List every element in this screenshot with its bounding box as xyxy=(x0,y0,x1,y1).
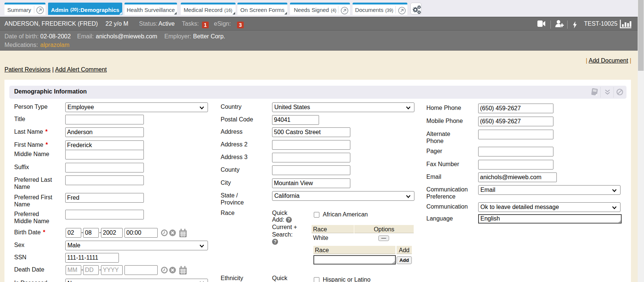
svg-text:?: ? xyxy=(274,239,277,244)
svg-text:?: ? xyxy=(288,217,291,222)
